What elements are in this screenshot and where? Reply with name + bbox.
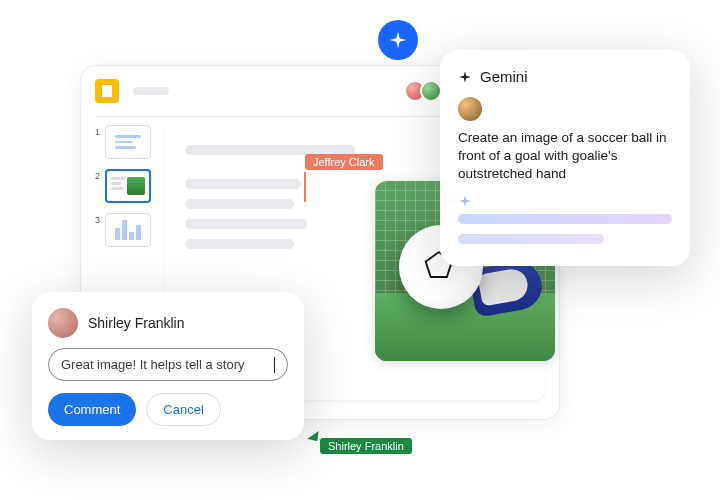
thumb-number: 2	[95, 169, 101, 203]
presence-cursor-label: Shirley Franklin	[320, 438, 412, 454]
gemini-panel: Gemini Create an image of a soccer ball …	[440, 50, 690, 266]
text-skeleton	[185, 219, 307, 229]
gemini-title: Gemini	[480, 68, 528, 85]
slides-logo-icon	[95, 79, 119, 103]
gemini-header: Gemini	[458, 68, 672, 85]
thumb-number: 1	[95, 125, 101, 159]
gemini-prompt-text: Create an image of a soccer ball in fron…	[458, 129, 672, 184]
thumb-number: 3	[95, 213, 101, 247]
gemini-badge-icon[interactable]	[378, 20, 418, 60]
comment-input[interactable]: Great image! It helps tell a story	[48, 348, 288, 381]
comment-cancel-button[interactable]: Cancel	[146, 393, 220, 426]
presence-cursor-label: Jeffrey Clark	[305, 154, 383, 170]
comment-composer: Shirley Franklin Great image! It helps t…	[32, 292, 304, 440]
slide-thumbnail[interactable]	[105, 125, 151, 159]
slide-thumbnail-active[interactable]	[105, 169, 151, 203]
loading-bar	[458, 234, 604, 244]
comment-author-name: Shirley Franklin	[88, 315, 184, 331]
comment-author-avatar	[48, 308, 78, 338]
text-skeleton	[185, 179, 301, 189]
sparkle-icon	[458, 70, 472, 84]
slide-thumbnail[interactable]	[105, 213, 151, 247]
text-skeleton	[185, 239, 294, 249]
gemini-loading	[458, 214, 672, 244]
text-skeleton	[185, 199, 294, 209]
loading-bar	[458, 214, 672, 224]
sparkle-icon	[458, 194, 472, 208]
doc-title-placeholder	[133, 87, 169, 95]
comment-submit-button[interactable]: Comment	[48, 393, 136, 426]
gemini-user-avatar	[458, 97, 482, 121]
